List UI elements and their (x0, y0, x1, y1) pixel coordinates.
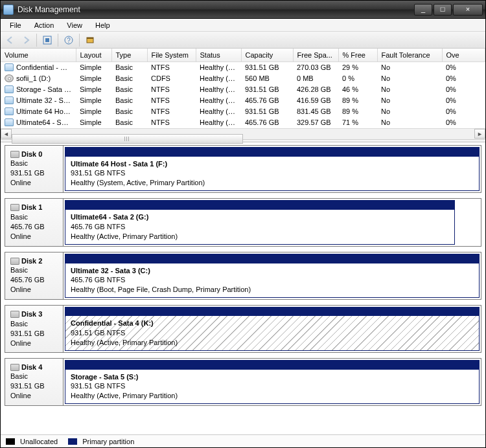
drive-icon (5, 96, 14, 104)
disk-size: 931.51 GB (10, 381, 58, 391)
disk-type: Basic (10, 265, 58, 275)
partition-name: Confidential - Sata 4 (K:) (71, 319, 474, 328)
volume-name-cell: Ultimate 32 - Sata ... (1, 95, 76, 106)
volume-row[interactable]: Ultimate64 - Sata ...SimpleBasicNTFSHeal… (1, 117, 485, 128)
partition-status: Healthy (Active, Primary Partition) (71, 232, 449, 241)
volume-free: 270.03 GB (293, 62, 338, 73)
partition[interactable]: Ultimate 64 Host - Sata 1 (F:)931.51 GB … (65, 147, 480, 192)
col-status[interactable]: Status (196, 49, 241, 62)
settings-button[interactable] (40, 33, 54, 47)
minimize-button[interactable]: _ (414, 4, 432, 16)
disk-type: Basic (10, 159, 58, 168)
col-filesystem[interactable]: File System (147, 49, 196, 62)
menu-action[interactable]: Action (28, 20, 61, 30)
volume-type: Basic (111, 73, 147, 84)
volume-fs: CDFS (147, 73, 196, 84)
volume-name: Ultimate 64 Host -... (16, 107, 76, 115)
volume-fs: NTFS (147, 84, 196, 95)
volume-layout: Simple (76, 95, 111, 106)
volume-fault: No (377, 95, 442, 106)
horizontal-scrollbar[interactable]: ◄ ► (1, 128, 485, 139)
volume-fault: No (377, 73, 442, 84)
disk-row[interactable]: Disk 4Basic931.51 GBOnlineStorage - Sata… (5, 358, 481, 407)
scroll-thumb[interactable] (12, 134, 243, 144)
partition[interactable]: Ultimate 32 - Sata 3 (C:)465.76 GB NTFSH… (65, 254, 480, 298)
column-header-row: Volume Layout Type File System Status Ca… (1, 49, 485, 62)
disk-row[interactable]: Disk 1Basic465.76 GBOnlineUltimate64 - S… (5, 198, 481, 247)
volume-free: 426.28 GB (293, 84, 338, 95)
maximize-button[interactable]: □ (434, 4, 452, 16)
cdrom-icon (5, 74, 14, 82)
help-button[interactable]: ? (62, 33, 76, 47)
volume-row[interactable]: Ultimate 32 - Sata ...SimpleBasicNTFSHea… (1, 95, 485, 106)
forward-button[interactable] (19, 33, 33, 47)
volume-capacity: 465.76 GB (241, 117, 293, 128)
menu-help[interactable]: Help (89, 20, 117, 30)
disk-state: Online (10, 285, 58, 295)
partition[interactable]: Ultimate64 - Sata 2 (G:)465.76 GB NTFSHe… (65, 200, 455, 245)
volume-row[interactable]: Confidential - Sata...SimpleBasicNTFSHea… (1, 62, 485, 73)
volume-name: Storage - Sata 5 (S:) (16, 85, 76, 93)
disk-state: Online (10, 178, 58, 188)
volume-name: Ultimate64 - Sata ... (16, 118, 76, 126)
partition-size: 931.51 GB NTFS (71, 328, 474, 338)
col-capacity[interactable]: Capacity (241, 49, 293, 62)
disk-icon (10, 311, 19, 318)
disk-size: 465.76 GB (10, 222, 58, 232)
volume-type: Basic (111, 117, 147, 128)
col-type[interactable]: Type (111, 49, 147, 62)
volume-name: Confidential - Sata... (16, 63, 76, 71)
col-free[interactable]: Free Spa... (293, 49, 338, 62)
disk-graphical-pane: Disk 0Basic931.51 GBOnlineUltimate 64 Ho… (1, 142, 485, 435)
volume-overhead: 0% (442, 95, 485, 106)
disk-row[interactable]: Disk 2Basic465.76 GBOnlineUltimate 32 - … (5, 252, 481, 300)
col-fault[interactable]: Fault Tolerance (377, 49, 442, 62)
col-layout[interactable]: Layout (76, 49, 111, 62)
unallocated-swatch-icon (6, 438, 15, 445)
disk-state: Online (10, 232, 58, 241)
partition-stripe (65, 361, 479, 370)
col-pct-free[interactable]: % Free (338, 49, 377, 62)
partition-name: Ultimate 32 - Sata 3 (C:) (71, 266, 474, 276)
disk-name: Disk 4 (21, 363, 42, 371)
menubar: File Action View Help (1, 19, 485, 32)
volume-row[interactable]: Ultimate 64 Host -...SimpleBasicNTFSHeal… (1, 106, 485, 117)
disk-row[interactable]: Disk 3Basic931.51 GBOnlineConfidential -… (5, 305, 481, 353)
partition-status: Healthy (Active, Primary Partition) (71, 391, 474, 401)
col-overhead[interactable]: Ove (442, 49, 485, 62)
volume-layout: Simple (76, 106, 111, 117)
volume-row[interactable]: sofii_1 (D:)SimpleBasicCDFSHealthy (P...… (1, 73, 485, 84)
scroll-left-arrow[interactable]: ◄ (1, 129, 12, 139)
menu-file[interactable]: File (3, 20, 28, 30)
volume-pct-free: 0 % (338, 73, 377, 84)
partition[interactable]: Confidential - Sata 4 (K:)931.51 GB NTFS… (65, 307, 480, 351)
menu-view[interactable]: View (60, 20, 89, 30)
disk-meta: Disk 4Basic931.51 GBOnline (5, 359, 64, 406)
partition-size: 931.51 GB NTFS (71, 168, 474, 178)
drive-icon (5, 107, 14, 115)
legend-primary-label: Primary partition (82, 438, 134, 445)
disk-icon (10, 364, 19, 371)
volume-name-cell: Storage - Sata 5 (S:) (1, 84, 76, 95)
close-button[interactable]: × (453, 4, 483, 16)
svg-rect-1 (45, 38, 49, 42)
legend: Unallocated Primary partition (1, 434, 485, 447)
volume-overhead: 0% (442, 62, 485, 73)
disk-row[interactable]: Disk 0Basic931.51 GBOnlineUltimate 64 Ho… (5, 145, 481, 194)
titlebar[interactable]: Disk Management _ □ × (1, 1, 485, 19)
scroll-right-arrow[interactable]: ► (474, 129, 485, 139)
disk-state: Online (10, 339, 58, 348)
disk-size: 931.51 GB (10, 168, 58, 178)
partition-container: Storage - Sata 5 (S:)931.51 GB NTFSHealt… (64, 359, 481, 406)
partition[interactable]: Storage - Sata 5 (S:)931.51 GB NTFSHealt… (65, 360, 480, 405)
partition-size: 465.76 GB NTFS (71, 275, 474, 285)
col-volume[interactable]: Volume (1, 49, 76, 62)
volume-row[interactable]: Storage - Sata 5 (S:)SimpleBasicNTFSHeal… (1, 84, 485, 95)
disk-meta: Disk 3Basic931.51 GBOnline (5, 306, 64, 352)
volume-fs: NTFS (147, 117, 196, 128)
refresh-button[interactable] (83, 33, 97, 47)
partition-name: Ultimate64 - Sata 2 (G:) (71, 212, 449, 222)
partition-body: Storage - Sata 5 (S:)931.51 GB NTFSHealt… (65, 370, 479, 404)
disk-icon (10, 204, 19, 211)
back-button[interactable] (3, 33, 17, 47)
